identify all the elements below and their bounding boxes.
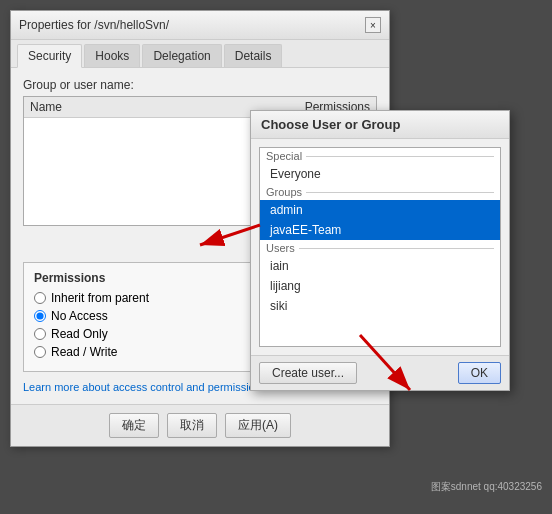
radio-readonly-label: Read Only — [51, 327, 108, 341]
tab-bar: Security Hooks Delegation Details — [11, 40, 389, 68]
list-item-everyone[interactable]: Everyone — [260, 164, 500, 184]
list-item-iain[interactable]: iain — [260, 256, 500, 276]
create-user-button[interactable]: Create user... — [259, 362, 357, 384]
radio-readwrite-label: Read / Write — [51, 345, 117, 359]
radio-noaccess-label: No Access — [51, 309, 108, 323]
close-button[interactable]: × — [365, 17, 381, 33]
list-item-lijiang[interactable]: lijiang — [260, 276, 500, 296]
group-user-label: Group or user name: — [23, 78, 377, 92]
choose-bottom-buttons: Create user... OK — [251, 355, 509, 390]
list-item-admin[interactable]: admin — [260, 200, 500, 220]
cancel-button[interactable]: 取消 — [167, 413, 217, 438]
radio-noaccess-input[interactable] — [34, 310, 46, 322]
radio-readwrite-input[interactable] — [34, 346, 46, 358]
section-line-users — [299, 248, 494, 249]
radio-readonly-input[interactable] — [34, 328, 46, 340]
section-line-groups — [306, 192, 494, 193]
bottom-buttons: 确定 取消 应用(A) — [11, 404, 389, 446]
section-special: Special — [260, 148, 500, 164]
learn-link[interactable]: Learn more about access control and perm… — [23, 381, 266, 393]
apply-button[interactable]: 应用(A) — [225, 413, 291, 438]
ok-button[interactable]: 确定 — [109, 413, 159, 438]
choose-dialog: Choose User or Group Special Everyone Gr… — [250, 110, 510, 391]
section-line — [306, 156, 494, 157]
tab-delegation[interactable]: Delegation — [142, 44, 221, 67]
list-item-siki[interactable]: siki — [260, 296, 500, 316]
tab-details[interactable]: Details — [224, 44, 283, 67]
radio-inherit-input[interactable] — [34, 292, 46, 304]
section-users: Users — [260, 240, 500, 256]
dialog-title: Properties for /svn/helloSvn/ — [19, 18, 169, 32]
section-groups: Groups — [260, 184, 500, 200]
tab-security[interactable]: Security — [17, 44, 82, 68]
choose-ok-button[interactable]: OK — [458, 362, 501, 384]
radio-inherit-label: Inherit from parent — [51, 291, 149, 305]
choose-list[interactable]: Special Everyone Groups admin javaEE-Tea… — [259, 147, 501, 347]
choose-dialog-title: Choose User or Group — [251, 111, 509, 139]
tab-hooks[interactable]: Hooks — [84, 44, 140, 67]
list-item-javaee-team[interactable]: javaEE-Team — [260, 220, 500, 240]
title-bar: Properties for /svn/helloSvn/ × — [11, 11, 389, 40]
watermark: 图案sdnnet qq:40323256 — [431, 480, 542, 494]
